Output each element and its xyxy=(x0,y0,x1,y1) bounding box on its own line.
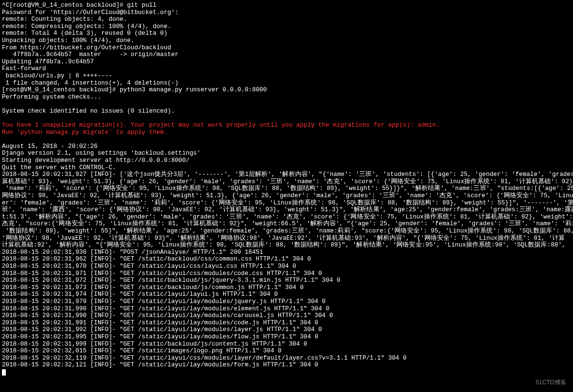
terminal-line: Quit the server with CONTROL-C. xyxy=(2,164,567,172)
terminal-line: '数据结构': 89}, 'weight': 55}", '解析结果', 'ag… xyxy=(2,228,567,235)
terminal-line: Unpacking objects: 100% (4/4), done. xyxy=(2,37,567,44)
terminal-line: Password for 'https://OuterCloud@bitbuck… xyxy=(2,9,567,16)
terminal-line: 2018-08-15 20:02:31,973 [INFO]- "GET /st… xyxy=(2,284,567,291)
terminal-window[interactable]: ^C[root@VM_0_14_centos backloud]# git pu… xyxy=(0,0,569,388)
terminal-line: System check identified no issues (0 sil… xyxy=(2,108,567,115)
terminal-line: 2018-08-15 20:02:31,979 [INFO]- "GET /st… xyxy=(2,298,567,305)
terminal-line: From https://bitbucket.org/OuterCloud/ba… xyxy=(2,44,567,52)
terminal-line: 'name': '莉莉', 'score': {'网络安全': 95, 'Lin… xyxy=(2,185,567,192)
terminal-line: 47f8b7a..9c64b57 master -> origin/master xyxy=(2,51,567,58)
terminal-line: 2018-08-15 20:02:31,971 [INFO]- "GET /st… xyxy=(2,270,567,277)
terminal-line: 杰克', "score:{'网络安全': 75, 'Linux操作系统': 81… xyxy=(2,220,567,228)
terminal-line: 算机基础': 93}, 'weight': 51.3}, {'age': 26,… xyxy=(2,178,567,186)
terminal-line: t:51.3', '解析内容', "{'age': 26, 'gender': … xyxy=(2,214,567,221)
terminal-line: 2018-08-15 20:02:31,990 [INFO]- "GET /st… xyxy=(2,305,567,313)
terminal-line: 网络协议': 98, 'JavaEE': 92, '计算机基础': 93}, '… xyxy=(2,192,567,200)
terminal-line xyxy=(2,101,567,108)
terminal-line: 2018-08-15 20:02:31,990 [INFO]- "GET /st… xyxy=(2,312,567,319)
watermark: 51CTO博客 xyxy=(536,379,566,386)
terminal-line: 1 file changed, 4 insertions(+), 4 delet… xyxy=(2,80,567,87)
terminal-line: 计算机基础:92', '解析内容', "{'网络安全': 95, 'Linux操… xyxy=(2,242,567,249)
terminal-line: Django version 2.1, using settings 'back… xyxy=(2,150,567,157)
terminal-line: 2018-08-15 20:02:32,121 [INFO]- "GET /st… xyxy=(2,362,567,369)
terminal-line: '网络协议': 98, 'JavaEE': 92, '计算机基础': 93}",… xyxy=(2,235,567,242)
terminal-line: 2018-08-15 20:02:31,992 [INFO]- "GET /st… xyxy=(2,326,567,334)
terminal-line: 班', 'name': '露西', 'score': {'网络协议': 98, … xyxy=(2,206,567,214)
terminal-line xyxy=(2,115,567,122)
terminal-line: Updating 47f8b7a..9c64b57 xyxy=(2,58,567,66)
terminal-line: 2018-08-15 20:02:31,991 [INFO]- "GET /st… xyxy=(2,319,567,327)
terminal-cursor xyxy=(2,369,6,376)
terminal-line: er': 'female', 'grades': '三班', 'name': '… xyxy=(2,200,567,207)
terminal-line: 2018-08-15 20:02:31,999 [INFO]- "GET /st… xyxy=(2,341,567,348)
terminal-line: 2018-08-15 20:02:31,974 [INFO]- "GET /st… xyxy=(2,291,567,298)
terminal-line: 2018-08-15 20:02:31,927 [INFO]- ['这个json… xyxy=(2,171,567,178)
terminal-line: 2018-08-15 20:02:31,936 [INFO]- "POST /j… xyxy=(2,249,567,256)
terminal-line: 2018-08-15 20:02:31,972 [INFO]- "GET /st… xyxy=(2,277,567,284)
terminal-line: backloud/urls.py | 8 ++++---- xyxy=(2,73,567,80)
terminal-line: remote: Total 4 (delta 3), reused 0 (del… xyxy=(2,30,567,37)
terminal-line: 2018-08-15 20:02:31,995 [INFO]- "GET /st… xyxy=(2,334,567,341)
terminal-line: 2018-08-15 20:02:32,119 [INFO]- "GET /st… xyxy=(2,355,567,362)
terminal-line: 2018-08-15 20:02:31,970 [INFO]- "GET /st… xyxy=(2,263,567,270)
terminal-line: August 15, 2018 - 20:02:26 xyxy=(2,143,567,150)
terminal-line xyxy=(2,136,567,143)
terminal-line: 2018-08-15 20:02:31,962 [INFO]- "GET /st… xyxy=(2,256,567,263)
terminal-line: You have 1 unapplied migration(s). Your … xyxy=(2,122,567,129)
terminal-line: 2018-08-15 20:02:32,015 [INFO]- "GET /st… xyxy=(2,348,567,355)
terminal-line: ^C[root@VM_0_14_centos backloud]# git pu… xyxy=(2,2,567,9)
terminal-line: Fast-forward xyxy=(2,65,567,73)
terminal-line: Starting development server at http://0.… xyxy=(2,157,567,164)
terminal-line: remote: Counting objects: 4, done. xyxy=(2,16,567,23)
terminal-line: Performing system checks... xyxy=(2,94,567,101)
terminal-line: remote: Compressing objects: 100% (4/4),… xyxy=(2,23,567,30)
terminal-line: Run 'python manage.py migrate' to apply … xyxy=(2,129,567,136)
terminal-line: [root@VM_0_14_centos backloud]# python3 … xyxy=(2,87,567,94)
